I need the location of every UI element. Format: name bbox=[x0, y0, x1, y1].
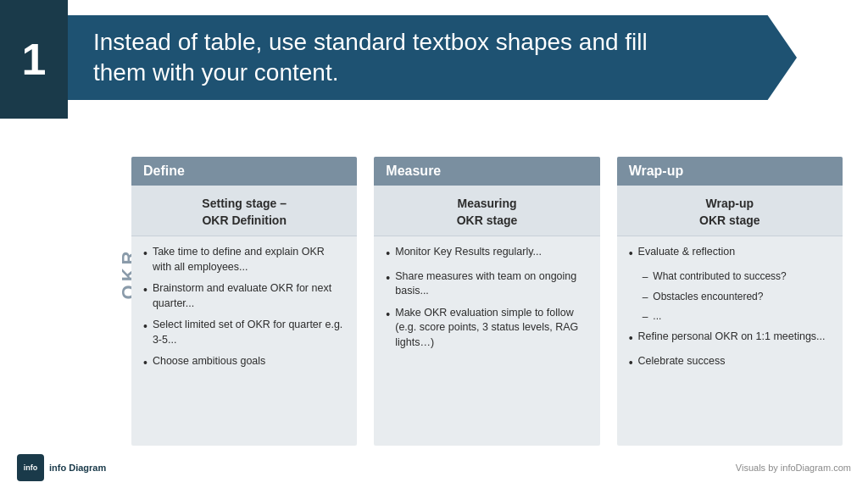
list-item: • Select limited set of OKR for quarter … bbox=[143, 318, 345, 347]
bullet-icon: • bbox=[629, 330, 633, 347]
logo-icon-text: info bbox=[24, 463, 38, 472]
bullet-icon: • bbox=[386, 246, 390, 263]
banner-text: Instead of table, use standard textbox s… bbox=[93, 27, 648, 89]
list-item: – What contributed to success? bbox=[643, 269, 831, 285]
slide-number: 1 bbox=[22, 34, 47, 85]
bullet-icon: • bbox=[143, 319, 147, 336]
list-item: – ... bbox=[643, 309, 831, 324]
wrapup-body: • Evaluate & reflection – What contribut… bbox=[617, 236, 843, 446]
logo-icon: info bbox=[17, 454, 44, 481]
measure-column: Measure Measuring OKR stage • Monitor Ke… bbox=[374, 157, 599, 446]
footer-logo: info info Diagram bbox=[17, 454, 106, 481]
list-item: • Share measures with team on ongoing ba… bbox=[386, 269, 587, 299]
list-item: • Evaluate & reflection bbox=[629, 245, 831, 263]
measure-subtitle: Measuring OKR stage bbox=[374, 186, 599, 236]
list-item: • Monitor Key Results regularly... bbox=[386, 245, 587, 263]
bullet-icon: • bbox=[386, 307, 390, 324]
bullet-icon: • bbox=[143, 246, 147, 263]
sub-bullet-icon: – bbox=[643, 310, 648, 324]
list-item: • Take time to define and explain OKR wi… bbox=[143, 245, 345, 274]
number-block: 1 bbox=[0, 0, 68, 119]
define-column: Define Setting stage – OKR Definition • … bbox=[131, 157, 357, 446]
define-header: Define bbox=[131, 157, 357, 186]
list-item: • Make OKR evaluation simple to follow (… bbox=[386, 306, 587, 351]
list-item: • Choose ambitious goals bbox=[143, 354, 345, 372]
wrapup-subtitle: Wrap-up OKR stage bbox=[617, 186, 843, 236]
sub-bullet-icon: – bbox=[643, 270, 648, 285]
footer-credit: Visuals by infoDiagram.com bbox=[736, 463, 851, 473]
bullet-icon: • bbox=[386, 270, 390, 287]
bullet-icon: • bbox=[629, 355, 633, 372]
banner: Instead of table, use standard textbox s… bbox=[68, 15, 797, 100]
define-body: • Take time to define and explain OKR wi… bbox=[131, 236, 357, 446]
bullet-icon: • bbox=[629, 246, 633, 263]
sub-bullet-icon: – bbox=[643, 291, 648, 305]
bullet-icon: • bbox=[143, 355, 147, 372]
list-item: • Refine personal OKR on 1:1 meetings... bbox=[629, 330, 831, 347]
define-subtitle: Setting stage – OKR Definition bbox=[131, 186, 357, 236]
logo-text: info Diagram bbox=[49, 463, 106, 473]
bullet-icon: • bbox=[143, 282, 147, 299]
header-area: 1 Instead of table, use standard textbox… bbox=[0, 0, 868, 136]
footer: info info Diagram Visuals by infoDiagram… bbox=[0, 454, 868, 481]
measure-body: • Monitor Key Results regularly... • Sha… bbox=[374, 236, 599, 446]
list-item: – Obstacles encountered? bbox=[643, 290, 831, 305]
wrapup-header: Wrap-up bbox=[617, 157, 843, 186]
list-item: • Celebrate success bbox=[629, 354, 831, 372]
list-item: • Brainstorm and evaluate OKR for next q… bbox=[143, 281, 345, 311]
measure-header: Measure bbox=[374, 157, 599, 186]
wrapup-column: Wrap-up Wrap-up OKR stage • Evaluate & r… bbox=[617, 157, 843, 446]
columns-area: Define Setting stage – OKR Definition • … bbox=[131, 157, 843, 446]
